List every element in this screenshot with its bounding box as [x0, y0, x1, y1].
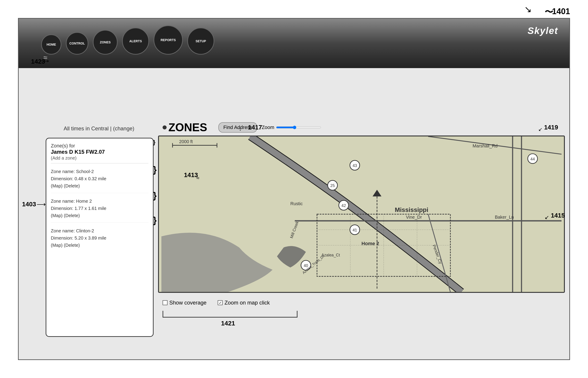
add-zone-link[interactable]: (Add a zone): [51, 156, 77, 161]
content-area: All times in Central | (change) Zone(s) …: [19, 68, 569, 359]
svg-text:25: 25: [330, 183, 335, 188]
arrow-1403: ⟶: [37, 201, 46, 208]
zone-name-home2: Zone name: Home 2: [51, 198, 148, 205]
brace-1409: }: [153, 190, 157, 201]
svg-text:41: 41: [353, 228, 357, 232]
device-name: James D K15 FW2.07: [51, 149, 105, 155]
brace-1407: }: [153, 165, 157, 175]
patent-squiggle: 〜: [545, 6, 553, 18]
label-1421: 1421: [221, 320, 235, 327]
svg-text:Home 2: Home 2: [362, 241, 379, 246]
arrow-1415: ↙: [545, 214, 549, 220]
label-1415: 1415: [551, 212, 565, 219]
zones-for-label: Zone(s) for: [51, 143, 148, 149]
svg-text:43: 43: [353, 163, 357, 168]
zone-dim-school2: Dimension: 0.48 x 0.32 mile: [51, 175, 148, 182]
patent-number: 1401: [552, 7, 570, 16]
label-1413: 1413: [184, 172, 198, 179]
zoom-on-click-checkbox[interactable]: ✓: [218, 300, 223, 305]
show-coverage-checkbox[interactable]: [163, 300, 167, 305]
zone-name-clinton2: Zone name: Clinton-2: [51, 227, 148, 234]
label-1417: 1417: [248, 124, 262, 131]
zones-title-row: ZONES Find Address Zoom: [163, 121, 321, 134]
zoom-control: Zoom: [262, 124, 321, 130]
timezone-text: All times in Central | (change): [64, 125, 134, 132]
svg-text:2000 ft: 2000 ft: [179, 139, 193, 144]
zone-actions-school2[interactable]: (Map) (Delete): [51, 182, 148, 189]
zoom-label: Zoom: [262, 124, 274, 130]
nav-setup[interactable]: SETUP: [187, 28, 214, 54]
zone-entry-clinton2: Zone name: Clinton-2 Dimension: 5.20 x 3…: [51, 227, 148, 252]
label-1419: 1419: [544, 124, 558, 131]
map-svg: 2000 ft Marshall_Rd Vine_Dr Baker_Ln Mis…: [159, 136, 564, 292]
zoom-on-click-text: Zoom on map click: [224, 299, 270, 306]
nav-circles: HOME CONTROL ZONES ALERTS REPORTS SETUP: [41, 25, 214, 54]
svg-text:42: 42: [342, 203, 346, 208]
zones-bullet-icon: [163, 125, 167, 129]
arrow-1423: ⟶: [41, 58, 49, 64]
nav-reports[interactable]: REPORTS: [154, 25, 183, 54]
patent-arrow-icon: ↙: [524, 4, 532, 14]
map-area[interactable]: 2000 ft Marshall_Rd Vine_Dr Baker_Ln Mis…: [158, 135, 565, 293]
brace-1411: }: [153, 215, 157, 225]
arrow-1419: ↙: [538, 126, 542, 132]
zoom-slider[interactable]: [276, 126, 321, 129]
show-coverage-text: Show coverage: [169, 299, 206, 306]
map-bottom-controls: Show coverage ✓ Zoom on map click: [163, 299, 270, 306]
nav-control[interactable]: CONTROL: [66, 32, 88, 54]
nav-zones[interactable]: ZONES: [93, 30, 118, 54]
zone-entry-home2: Zone name: Home 2 Dimension: 1.77 x 1.61…: [51, 198, 148, 223]
zones-page-title: ZONES: [163, 121, 207, 134]
arrow-1413: ≈: [196, 175, 199, 181]
zone-dim-clinton2: Dimension: 5.20 x 3.89 mile: [51, 234, 148, 242]
nav-alerts[interactable]: ALERTS: [122, 28, 149, 54]
svg-text:Baker_Ln: Baker_Ln: [495, 215, 514, 220]
brace-1405: }: [153, 139, 155, 146]
arrow-1417: ↓: [239, 126, 242, 132]
zones-title-text: ZONES: [168, 121, 207, 134]
zones-header: Zone(s) for James D K15 FW2.07 (Add a zo…: [51, 143, 148, 163]
skytel-logo: Skylet: [528, 25, 558, 36]
zone-entry-school2: Zone name: School-2 Dimension: 0.48 x 0.…: [51, 168, 148, 193]
svg-text:Rustic: Rustic: [290, 201, 303, 206]
zoom-on-click-label[interactable]: ✓ Zoom on map click: [218, 299, 270, 306]
svg-text:Vine_Dr: Vine_Dr: [406, 215, 422, 220]
zones-panel: Zone(s) for James D K15 FW2.07 (Add a zo…: [46, 138, 154, 337]
zone-name-school2: Zone name: School-2: [51, 168, 148, 175]
nav-home[interactable]: HOME: [41, 34, 61, 54]
show-coverage-label[interactable]: Show coverage: [163, 299, 206, 306]
zone-actions-home2[interactable]: (Map) (Delete): [51, 212, 148, 219]
svg-text:44: 44: [531, 157, 535, 161]
brace-bottom-1421: [163, 311, 298, 318]
main-frame: Skylet HOME CONTROL ZONES ALERTS REPORTS…: [18, 18, 570, 360]
label-1403: 1403: [22, 201, 36, 208]
header-bar: Skylet HOME CONTROL ZONES ALERTS REPORTS…: [19, 19, 569, 68]
svg-text:Mississippi: Mississippi: [395, 206, 428, 213]
zone-actions-clinton2[interactable]: (Map) (Delete): [51, 242, 148, 249]
svg-text:Marshall_Rd: Marshall_Rd: [473, 143, 498, 148]
zone-dim-home2: Dimension: 1.77 x 1.61 mile: [51, 205, 148, 212]
